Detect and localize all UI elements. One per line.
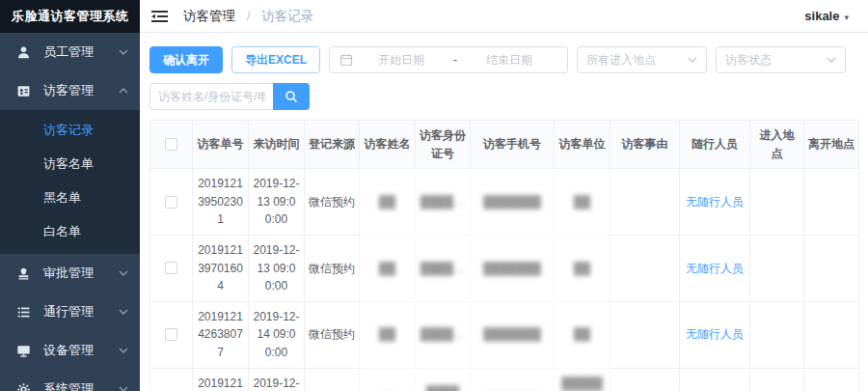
sidebar-item-access[interactable]: 通行管理 xyxy=(0,293,140,331)
end-date-placeholder[interactable]: 结束日期 xyxy=(461,52,557,69)
sidebar-item-visitor-list[interactable]: 访客名单 xyxy=(0,147,140,181)
companions-link[interactable]: 无随行人员 xyxy=(686,195,744,209)
sidebar-item-label: 审批管理 xyxy=(43,265,119,282)
visitor-name-cell: ██ xyxy=(360,169,416,236)
sidebar-item-employees[interactable]: 员工管理 xyxy=(0,33,140,71)
column-header: 进入地点 xyxy=(750,121,804,169)
company-cell: ██ xyxy=(555,301,610,368)
company-cell: ███████████ xyxy=(555,368,610,391)
username: sikale xyxy=(804,9,839,23)
caret-down-icon: ▾ xyxy=(844,13,849,22)
sidebar-item-label: 设备管理 xyxy=(43,342,119,359)
reason-cell xyxy=(610,368,680,391)
id-number-cell: ████… xyxy=(416,235,471,301)
entry-location-select[interactable]: 所有进入地点 xyxy=(577,46,707,73)
source-cell: 微信预约 xyxy=(305,368,360,391)
visitor-records-table: 访客单号 来访时间 登记来源 访客姓名 访客身份证号 访客手机号 访客单位 访客… xyxy=(149,120,858,391)
sidebar-item-devices[interactable]: 设备管理 xyxy=(0,331,140,370)
sidebar-item-label: 访客管理 xyxy=(43,82,119,99)
leave-location-cell xyxy=(804,235,859,301)
sidebar-item-whitelist[interactable]: 白名单 xyxy=(0,214,140,248)
export-excel-button[interactable]: 导出EXCEL xyxy=(231,46,320,73)
chevron-down-icon xyxy=(688,57,697,63)
chevron-down-icon xyxy=(119,386,128,391)
stamp-icon xyxy=(16,266,31,281)
search-button[interactable] xyxy=(273,83,310,110)
column-header: 访客单位 xyxy=(555,121,610,169)
visitor-name-cell: ██ xyxy=(360,368,416,391)
company-cell: ██ xyxy=(555,169,610,236)
chevron-up-icon xyxy=(119,88,128,94)
entry-location-value: 所有进入地点 xyxy=(586,52,688,69)
reason-cell xyxy=(610,301,680,368)
main-area: 访客管理 / 访客记录 sikale ▾ 确认离开 导出EXCEL 开始日期 - xyxy=(140,0,868,391)
visitor-name-cell: ██ xyxy=(360,235,416,301)
column-header: 离开地点 xyxy=(804,121,859,169)
user-menu[interactable]: sikale ▾ xyxy=(804,9,849,23)
id-number-cell: █████… xyxy=(416,368,471,391)
search-bar xyxy=(149,83,858,110)
chevron-down-icon xyxy=(119,309,128,315)
sidebar-item-label: 员工管理 xyxy=(43,43,119,61)
row-checkbox[interactable] xyxy=(165,328,177,341)
leave-location-cell xyxy=(804,301,859,368)
monitor-icon xyxy=(16,344,31,358)
confirm-leave-button[interactable]: 确认离开 xyxy=(149,46,223,73)
column-header: 访客手机号 xyxy=(471,121,555,169)
visit-time-cell: 2019-12-14 09:00:00 xyxy=(249,301,305,368)
chevron-down-icon xyxy=(119,348,128,353)
table-header-row: 访客单号 来访时间 登记来源 访客姓名 访客身份证号 访客手机号 访客单位 访客… xyxy=(150,121,859,169)
column-header: 访客事由 xyxy=(610,121,680,169)
sidebar-item-label: 通行管理 xyxy=(43,303,119,321)
phone-cell: ███████ xyxy=(471,368,555,391)
date-range-picker[interactable]: 开始日期 - 结束日期 xyxy=(329,46,568,73)
companions-link[interactable]: 无随行人员 xyxy=(686,327,744,341)
sidebar-item-blacklist[interactable]: 黑名单 xyxy=(0,181,140,214)
column-header: 来访时间 xyxy=(249,121,305,169)
sidebar-item-visitor-records[interactable]: 访客记录 xyxy=(0,113,140,147)
row-checkbox[interactable] xyxy=(165,196,177,209)
visitor-status-value: 访客状态 xyxy=(725,52,827,69)
enter-location-cell xyxy=(750,301,804,368)
sidebar-item-visitors[interactable]: 访客管理 xyxy=(0,71,140,110)
source-cell: 微信预约 xyxy=(305,169,360,236)
sidebar-item-system[interactable]: 系统管理 xyxy=(0,370,140,391)
id-number-cell: ████… xyxy=(416,301,471,368)
sidebar-item-approvals[interactable]: 审批管理 xyxy=(0,254,140,293)
order-no-cell: 201912142638077 xyxy=(193,301,249,368)
phone-cell: ███████ xyxy=(471,301,555,368)
visitor-status-select[interactable]: 访客状态 xyxy=(716,46,846,73)
phone-cell: ███████ xyxy=(471,169,555,236)
visit-time-cell: 2019-12-13 09:00:00 xyxy=(249,169,305,236)
chevron-down-icon xyxy=(827,57,836,63)
search-icon xyxy=(285,90,298,103)
reason-cell xyxy=(610,169,680,236)
order-no-cell: 201912139701604 xyxy=(193,235,249,301)
visit-time-cell: 2019-12-14 09:00:00 xyxy=(249,368,305,391)
companions-link[interactable]: 无随行人员 xyxy=(686,262,744,275)
column-header: 访客单号 xyxy=(193,121,249,169)
sidebar-item-label: 系统管理 xyxy=(43,380,119,391)
visit-time-cell: 2019-12-13 09:00:00 xyxy=(249,235,305,301)
chevron-down-icon xyxy=(119,49,128,55)
breadcrumb-parent[interactable]: 访客管理 xyxy=(183,9,235,23)
start-date-placeholder[interactable]: 开始日期 xyxy=(353,52,449,69)
row-checkbox[interactable] xyxy=(165,262,177,274)
select-all-checkbox[interactable] xyxy=(165,138,177,151)
column-header: 登记来源 xyxy=(305,121,360,169)
table-row: 201912139701604 2019-12-13 09:00:00 微信预约… xyxy=(150,235,859,301)
filter-toolbar: 确认离开 导出EXCEL 开始日期 - 结束日期 所有进入地点 xyxy=(149,46,858,73)
gear-icon xyxy=(16,382,31,391)
column-header: 访客身份证号 xyxy=(416,121,471,169)
select-all-cell xyxy=(150,121,193,169)
id-number-cell: ████… xyxy=(416,169,471,236)
chevron-down-icon xyxy=(119,270,128,276)
column-header: 随行人员 xyxy=(680,121,750,169)
source-cell: 微信预约 xyxy=(305,301,360,368)
search-input[interactable] xyxy=(149,83,273,110)
collapse-menu-icon[interactable] xyxy=(151,10,168,23)
sidebar: 乐脸通访客管理系统 员工管理 访客管理 访客记录 访客名单 黑名单 白名单 xyxy=(0,0,140,391)
company-cell: ██ xyxy=(555,235,610,301)
content: 确认离开 导出EXCEL 开始日期 - 结束日期 所有进入地点 xyxy=(140,33,868,391)
breadcrumb-separator: / xyxy=(247,9,251,23)
